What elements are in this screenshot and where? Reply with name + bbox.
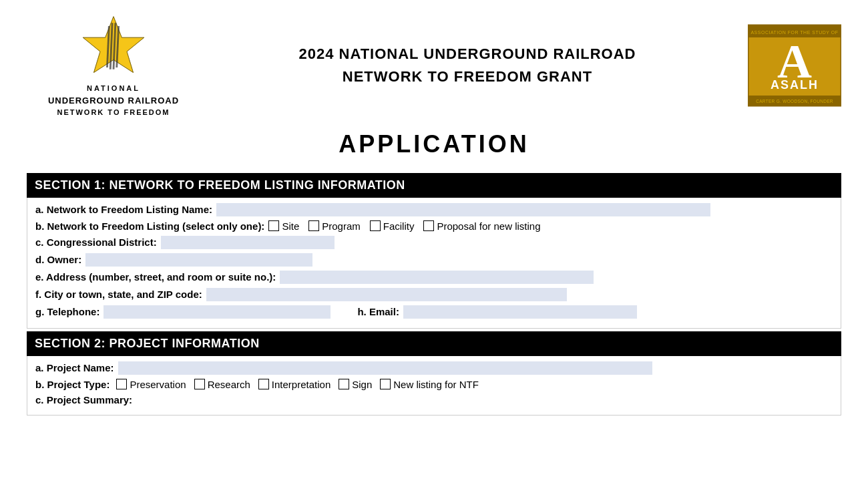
section1-b-options: Site Program Facility Proposal for new l… (268, 220, 546, 232)
section1-header: SECTION 1: NETWORK TO FREEDOM LISTING IN… (27, 173, 841, 198)
section2-b-sign[interactable]: Sign (339, 379, 372, 390)
title-line1: 2024 NATIONAL UNDERGROUND RAILROAD (200, 45, 734, 63)
section2-b-new-listing[interactable]: New listing for NTF (380, 379, 479, 390)
section2-b-preservation[interactable]: Preservation (116, 379, 186, 390)
svg-text:ASSOCIATION FOR THE STUDY OF: ASSOCIATION FOR THE STUDY OF (750, 30, 838, 35)
section2-b-interpretation[interactable]: Interpretation (258, 379, 331, 390)
section1-e-input[interactable] (280, 271, 594, 284)
section1-h-label: h. Email: (357, 306, 399, 317)
section1-b-site-label: Site (282, 220, 299, 232)
section1-g-input[interactable] (103, 305, 331, 319)
svg-text:CARTER G. WOODSON, FOUNDER: CARTER G. WOODSON, FOUNDER (756, 99, 833, 104)
section2-b-research-box[interactable] (194, 379, 205, 389)
section2-a-label: a. Project Name: (35, 362, 114, 373)
section2-b-sign-box[interactable] (339, 379, 349, 389)
section1-b-facility-box[interactable] (370, 220, 381, 231)
section2-b-research[interactable]: Research (194, 379, 250, 390)
right-logo: ASSOCIATION FOR THE STUDY OF A ASALH CAR… (734, 19, 841, 112)
section1-row-e: e. Address (number, street, and room or … (35, 271, 833, 284)
section2-row-b: b. Project Type: Preservation Research I… (35, 379, 833, 390)
left-logo: NATIONAL UNDERGROUND RAILROAD NETWORK TO… (27, 13, 200, 118)
section1-c-label: c. Congressional District: (35, 236, 157, 248)
section2-body: a. Project Name: b. Project Type: Preser… (27, 356, 841, 416)
section2-b-interpretation-box[interactable] (258, 379, 269, 389)
section1-row-f: f. City or town, state, and ZIP code: (35, 288, 833, 301)
header: NATIONAL UNDERGROUND RAILROAD NETWORK TO… (27, 13, 841, 118)
section1: SECTION 1: NETWORK TO FREEDOM LISTING IN… (27, 173, 841, 329)
section1-b-label: b. Network to Freedom Listing (select on… (35, 220, 264, 232)
section2-a-input[interactable] (118, 361, 652, 375)
section1-f-input[interactable] (206, 288, 567, 301)
section2: SECTION 2: PROJECT INFORMATION a. Projec… (27, 331, 841, 416)
section1-row-a: a. Network to Freedom Listing Name: (35, 203, 833, 216)
section1-b-site[interactable]: Site (268, 220, 299, 232)
svg-text:ASALH: ASALH (771, 78, 819, 92)
section2-row-a: a. Project Name: (35, 361, 833, 375)
section1-e-label: e. Address (number, street, and room or … (35, 271, 276, 283)
section1-row-gh: g. Telephone: h. Email: (35, 305, 833, 319)
section1-b-site-box[interactable] (268, 220, 279, 231)
page: NATIONAL UNDERGROUND RAILROAD NETWORK TO… (0, 0, 868, 489)
section1-g-label: g. Telephone: (35, 306, 99, 317)
section1-body: a. Network to Freedom Listing Name: b. N… (27, 198, 841, 329)
header-center: 2024 NATIONAL UNDERGROUND RAILROAD NETWO… (200, 45, 734, 86)
section1-b-proposal[interactable]: Proposal for new listing (423, 220, 540, 232)
asalh-logo-svg: ASSOCIATION FOR THE STUDY OF A ASALH CAR… (748, 19, 841, 112)
logo-network: NETWORK TO FREEDOM (48, 107, 179, 118)
section1-b-proposal-label: Proposal for new listing (437, 220, 540, 232)
section2-c-label: c. Project Summary: (35, 394, 132, 405)
title-line2: NETWORK TO FREEDOM GRANT (200, 68, 734, 86)
section1-c-input[interactable] (161, 236, 335, 249)
section2-b-preservation-label: Preservation (130, 379, 186, 390)
section2-b-new-listing-box[interactable] (380, 379, 391, 389)
section2-b-preservation-box[interactable] (116, 379, 127, 389)
section1-row-d: d. Owner: (35, 253, 833, 267)
section1-b-facility-label: Facility (383, 220, 415, 232)
logo-national: NATIONAL (48, 83, 179, 94)
section1-b-program-box[interactable] (308, 220, 319, 231)
logo-underground: UNDERGROUND RAILROAD (48, 94, 179, 108)
section2-header: SECTION 2: PROJECT INFORMATION (27, 331, 841, 356)
section1-f-label: f. City or town, state, and ZIP code: (35, 289, 202, 300)
nurtf-logo-text: NATIONAL UNDERGROUND RAILROAD NETWORK TO… (48, 83, 179, 118)
section1-a-label: a. Network to Freedom Listing Name: (35, 204, 212, 215)
section2-b-label: b. Project Type: (35, 379, 110, 390)
section2-b-research-label: Research (208, 379, 250, 390)
section1-row-b: b. Network to Freedom Listing (select on… (35, 220, 833, 232)
section1-b-program[interactable]: Program (308, 220, 361, 232)
section2-row-c: c. Project Summary: (35, 394, 833, 405)
section2-b-sign-label: Sign (352, 379, 372, 390)
section1-d-input[interactable] (85, 253, 312, 267)
section2-b-new-listing-label: New listing for NTF (393, 379, 479, 390)
nurtf-star-logo (77, 13, 150, 80)
section1-d-label: d. Owner: (35, 254, 81, 265)
section2-b-interpretation-label: Interpretation (272, 379, 331, 390)
section1-b-program-label: Program (322, 220, 361, 232)
section1-h-input[interactable] (403, 305, 637, 319)
section1-b-proposal-box[interactable] (423, 220, 434, 231)
application-title: APPLICATION (27, 130, 841, 158)
section1-b-facility[interactable]: Facility (370, 220, 415, 232)
section1-row-c: c. Congressional District: (35, 236, 833, 249)
section1-a-input[interactable] (216, 203, 710, 216)
